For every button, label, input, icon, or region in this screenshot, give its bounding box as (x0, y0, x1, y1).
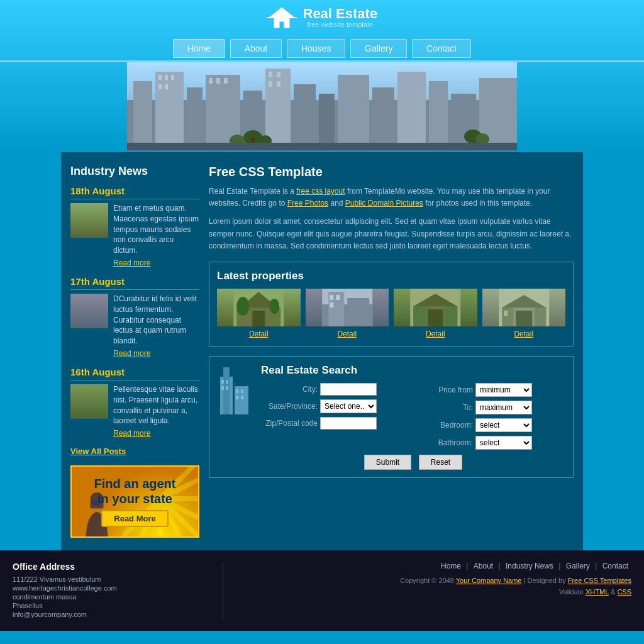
svg-rect-70 (516, 311, 532, 326)
news-section-title: Industry News (70, 165, 199, 178)
bathroom-select[interactable]: select (475, 436, 532, 450)
footer-nav-about[interactable]: About (474, 562, 493, 570)
price-to-select[interactable]: maximum (475, 401, 532, 414)
svg-rect-10 (294, 84, 316, 150)
agent-banner-content: Find an agent in your state Read More (81, 476, 189, 527)
state-label: Sate/Province: (261, 402, 318, 411)
price-from-row: Price from minimum (416, 383, 565, 397)
footer-nav-industry[interactable]: Industry News (506, 562, 553, 570)
footer-nav-home[interactable]: Home (441, 562, 461, 570)
prop-thumb-1 (217, 289, 301, 326)
svg-rect-80 (226, 386, 228, 390)
svg-rect-60 (330, 303, 333, 308)
news-date-1: 18th August (70, 186, 199, 199)
search-section-title: Real Estate Search (261, 364, 565, 377)
prop-detail-4[interactable]: Detail (514, 330, 533, 338)
state-select[interactable]: Select one... (320, 399, 377, 413)
property-1: Detail (217, 289, 301, 338)
search-building-icon (217, 364, 255, 470)
zip-input[interactable] (320, 417, 377, 430)
bedroom-select[interactable]: select (475, 418, 532, 432)
link-free-photos[interactable]: Free Photos (287, 199, 328, 208)
xhtml-link[interactable]: XHTML (586, 588, 609, 596)
read-more-2[interactable]: Read more (113, 349, 199, 358)
designer-link[interactable]: Free CSS Templates (568, 577, 631, 584)
svg-rect-14 (397, 72, 426, 150)
hero-cityscape (127, 62, 517, 150)
prop-thumb-2 (306, 289, 389, 326)
state-row: Sate/Province: Select one... (261, 399, 410, 413)
footer-divider (223, 562, 223, 619)
right-column: Free CSS Template Real Estate Template i… (209, 165, 574, 538)
reset-button[interactable]: Reset (419, 455, 462, 470)
banner-line1: Find an agent (94, 477, 176, 491)
prop-detail-3[interactable]: Detail (426, 330, 445, 338)
main-paragraph-1: Real Estate Template is a free css layou… (209, 186, 574, 209)
prop-thumb-4 (482, 289, 566, 326)
zip-label: Zip/Postal code (261, 419, 318, 428)
nav-contact[interactable]: Contact (412, 39, 471, 58)
bathroom-label: Bathroom: (416, 438, 473, 447)
link-public-domain[interactable]: Public Domain Pictures (345, 199, 423, 208)
svg-rect-72 (535, 308, 546, 326)
news-thumb-2 (70, 294, 108, 328)
svg-point-53 (269, 299, 279, 314)
agent-banner-cta[interactable]: Read More (101, 510, 168, 527)
link-free-css[interactable]: free css layout (296, 187, 345, 196)
read-more-3[interactable]: Read more (113, 429, 199, 438)
price-to-label: To: (416, 403, 473, 412)
city-row: City: (261, 383, 410, 396)
nav-home[interactable]: Home (173, 39, 225, 58)
logo: Real Estate free website template (267, 6, 377, 29)
footer-nav-sep1: | (466, 562, 468, 570)
property-3: Detail (394, 289, 477, 338)
svg-rect-59 (336, 295, 340, 300)
search-form-grid: City: Sate/Province: Select one... Zip/ (261, 383, 565, 450)
footer-right: Home | About | Industry News | Gallery |… (236, 562, 631, 619)
property-2: Detail (306, 289, 389, 338)
submit-button[interactable]: Submit (364, 455, 411, 470)
news-item-1: 18th August Etiam et metus quam. Maecena… (70, 186, 199, 267)
svg-rect-28 (269, 81, 272, 87)
city-input[interactable] (320, 383, 377, 396)
content-area: Industry News 18th August Etiam et metus… (61, 152, 583, 550)
site-title: Real Estate (303, 7, 378, 21)
footer-nav-gallery[interactable]: Gallery (566, 562, 590, 570)
search-left-fields: City: Sate/Province: Select one... Zip/ (261, 383, 410, 450)
svg-rect-11 (319, 94, 335, 150)
nav-gallery[interactable]: Gallery (350, 39, 407, 58)
prop-detail-2[interactable]: Detail (337, 330, 357, 338)
view-all-posts[interactable]: View All Posts (70, 447, 199, 456)
svg-rect-79 (221, 386, 224, 390)
bathroom-row: Bathroom: select (416, 436, 565, 450)
prop-thumb-3 (394, 289, 477, 326)
price-from-select[interactable]: minimum (475, 383, 532, 397)
company-name-link[interactable]: Your Company Name (456, 577, 522, 584)
office-line-1: 111/222 Vivamus vestibulum (13, 575, 210, 583)
news-text-1: Etiam et metus quam. Maecenas egestas ip… (113, 203, 199, 256)
nav-houses[interactable]: Houses (287, 39, 345, 58)
nav-about[interactable]: About (230, 39, 282, 58)
svg-rect-5 (155, 72, 184, 150)
prop-detail-1[interactable]: Detail (249, 330, 269, 338)
agent-banner: Find an agent in your state Read More (70, 465, 199, 538)
svg-rect-4 (133, 81, 152, 150)
main-p1-before: Real Estate Template is a (209, 187, 296, 196)
footer-nav-sep4: | (595, 562, 597, 570)
search-form: Real Estate Search City: Sate/Province: (261, 364, 565, 470)
svg-rect-84 (241, 396, 243, 399)
news-item-3: 16th August Pellentesque vitae iaculis n… (70, 367, 199, 438)
footer-nav-contact[interactable]: Contact (602, 562, 628, 570)
news-item-2: 17th August DCurabitur id felis id velit… (70, 276, 199, 358)
footer-copyright: Copyright © 2048 Your Company Name | Des… (236, 575, 631, 597)
css-link[interactable]: CSS (617, 588, 631, 596)
office-email: info@yourcompany.com (13, 611, 210, 618)
validate-text: Validate (559, 588, 584, 596)
read-more-1[interactable]: Read more (113, 258, 199, 267)
footer-nav-sep3: | (558, 562, 560, 570)
main-p1-after: for photos used in this template. (425, 199, 532, 208)
designed-by-text: | Designed by (524, 577, 568, 584)
svg-rect-75 (223, 367, 230, 414)
svg-rect-25 (224, 78, 228, 84)
svg-rect-71 (502, 308, 513, 326)
